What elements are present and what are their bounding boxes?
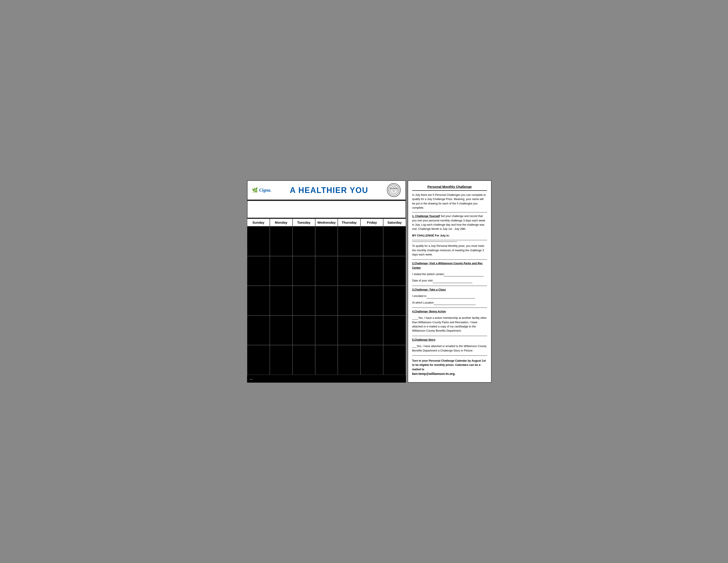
challenge2-title: 2.Challenge- Visit a Williamson County P… [412, 262, 483, 269]
cell-w3d5 [338, 286, 360, 315]
challenge4-title-text: 4.Challenge- Being Active [412, 310, 487, 314]
bottom-note-text: — [250, 378, 253, 381]
challenge-4-section: 4.Challenge- Being Active ____Yes, I hav… [412, 310, 487, 333]
challenge-5-section: 5.Challenge Story ___Yes, I have attache… [412, 338, 487, 353]
day-header-sunday: Sunday [247, 218, 270, 226]
seal-icon: WILLIAMSON COUNTY TN [387, 183, 401, 197]
cell-w5d6 [360, 345, 383, 375]
cell-w1d4 [315, 226, 338, 256]
challenge5-title-text: 5.Challenge Story [412, 338, 487, 342]
cell-w1d7 [383, 226, 406, 256]
divider-1 [412, 212, 487, 212]
challenge-2-section: 2.Challenge- Visit a Williamson County P… [412, 261, 487, 283]
day-header-thursday: Thursday [338, 218, 360, 226]
cell-w3d1 [247, 286, 270, 315]
cell-w5d1 [247, 345, 270, 375]
cell-w5d5 [338, 345, 360, 375]
page: 🌿 Cigna. A HEALTHIER YOU WILLIAMSON COUN… [243, 176, 485, 387]
challenge1-bold: MY CHALLENGE For July is: [412, 233, 487, 238]
day-header-monday: Monday [270, 218, 293, 226]
cell-w2d7 [383, 256, 406, 286]
cell-w5d4 [315, 345, 338, 375]
cell-w1d2 [270, 226, 293, 256]
cell-w2d1 [247, 256, 270, 286]
cell-w2d5 [338, 256, 360, 286]
cell-w4d5 [338, 316, 360, 345]
cell-w1d6 [360, 226, 383, 256]
challenge3-line1-text: I enrolled in [412, 294, 487, 298]
calendar-week-2 [247, 256, 406, 286]
challenge2-line1-text: I visited the (which center) [412, 272, 487, 276]
challenge2-date-field [433, 279, 472, 283]
challenge-1-section: 1. Challenge Yourself Set your challenge… [412, 214, 487, 257]
challenge2-line2-text: Date of your visit [412, 278, 487, 283]
challenge5-body: ___Yes, I have attached or emailed to th… [412, 344, 487, 353]
cell-w3d7 [383, 286, 406, 315]
cell-w5d2 [270, 345, 293, 375]
page-title: A HEALTHIER YOU [290, 186, 368, 195]
days-row: Sunday Monday Tuesday Wednesday Thursday… [247, 218, 406, 226]
challenge3-enrolled-field [426, 295, 475, 299]
cell-w1d1 [247, 226, 270, 256]
cigna-logo: 🌿 Cigna. [252, 187, 271, 193]
cigna-text: Cigna. [259, 188, 271, 193]
calendar-week-1 [247, 226, 406, 256]
cell-w3d2 [270, 286, 293, 315]
cell-w3d3 [293, 286, 315, 315]
calendar-week-5 [247, 345, 406, 375]
cell-w2d3 [293, 256, 315, 286]
cell-w4d4 [315, 316, 338, 345]
day-header-friday: Friday [360, 218, 383, 226]
panel-title: Personal Monthly Challenge [412, 184, 487, 191]
challenge4-body: ____Yes, I have a active membership at a… [412, 316, 487, 333]
cell-w4d2 [270, 316, 293, 345]
challenge2-line2-label: Date of your visit [412, 279, 433, 282]
challenge3-line1-label: I enrolled in [412, 295, 426, 298]
challenge3-line2-label: At which Location [412, 301, 434, 304]
cell-w3d6 [360, 286, 383, 315]
cell-w4d3 [293, 316, 315, 345]
cell-w5d7 [383, 345, 406, 375]
right-panel: Personal Monthly Challenge In July there… [408, 180, 492, 383]
challenge3-title: 3.Challenge- Take a Class [412, 288, 446, 291]
cell-w4d1 [247, 316, 270, 345]
challenge1-field-2 [412, 241, 457, 242]
day-header-tuesday: Tuesday [293, 218, 315, 226]
bottom-note: — [247, 376, 406, 383]
left-panel: 🌿 Cigna. A HEALTHIER YOU WILLIAMSON COUN… [247, 180, 406, 383]
cell-w3d4 [315, 286, 338, 315]
divider-4 [412, 308, 487, 308]
challenge4-title: 4.Challenge- Being Active [412, 310, 446, 313]
calendar-body [247, 226, 406, 375]
cell-w2d4 [315, 256, 338, 286]
challenge1-text: 1. Challenge Yourself Set your challenge… [412, 214, 487, 231]
month-header [247, 200, 406, 218]
intro-text: In July there are 5 Personal Challenges … [412, 193, 487, 210]
svg-text:COUNTY: COUNTY [392, 189, 396, 190]
challenge3-location-field [434, 302, 476, 305]
challenge2-title-text: 2.Challenge- Visit a Williamson County P… [412, 261, 487, 270]
cell-w4d7 [383, 316, 406, 345]
challenge1-qualify: To qualify for a July Personal Monthly p… [412, 244, 487, 257]
cell-w1d5 [338, 226, 360, 256]
challenge-3-section: 3.Challenge- Take a Class I enrolled in … [412, 288, 487, 305]
cell-w1d3 [293, 226, 315, 256]
turn-in-text: Turn in your Personal Challenge Calendar… [412, 359, 487, 377]
calendar-week-3 [247, 286, 406, 315]
challenge2-line1-label: I visited the (which center) [412, 273, 444, 276]
divider-5 [412, 336, 487, 336]
calendar-week-4 [247, 316, 406, 345]
challenge5-title: 5.Challenge Story [412, 338, 435, 341]
cell-w4d6 [360, 316, 383, 345]
email-address: ben-temp@williamson-tn.org. [412, 372, 455, 376]
challenge3-line2-text: At which Location [412, 301, 487, 305]
day-header-saturday: Saturday [383, 218, 406, 226]
challenge2-center-field [444, 273, 484, 276]
day-header-wednesday: Wednesday [315, 218, 338, 226]
cigna-tree-icon: 🌿 [252, 187, 258, 193]
cell-w5d3 [293, 345, 315, 375]
cell-w2d6 [360, 256, 383, 286]
cell-w2d2 [270, 256, 293, 286]
challenge3-title-text: 3.Challenge- Take a Class [412, 288, 487, 292]
header-box: 🌿 Cigna. A HEALTHIER YOU WILLIAMSON COUN… [247, 180, 406, 200]
